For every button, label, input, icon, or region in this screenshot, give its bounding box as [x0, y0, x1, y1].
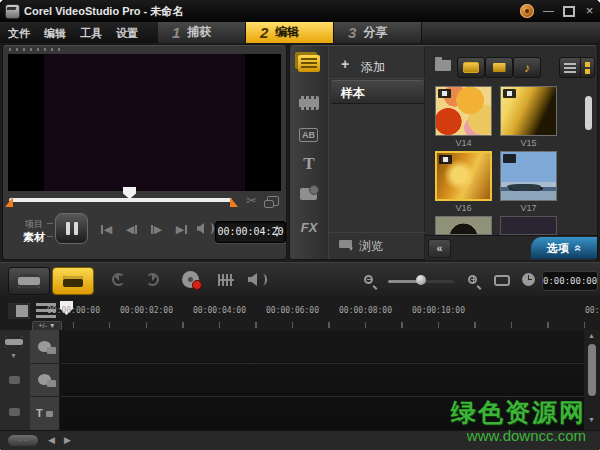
transition-ab-icon[interactable]: AB	[299, 128, 318, 142]
overlay-track-icon	[38, 374, 51, 385]
sort-options-button[interactable]	[580, 57, 595, 78]
next-frame-button[interactable]: ▶	[145, 222, 168, 236]
gallery-category-strip: AB T FX	[290, 46, 328, 259]
video-badge-icon	[503, 154, 516, 163]
watermark-url: www.downcc.com	[451, 427, 586, 444]
track-options-column: ▼	[0, 330, 30, 430]
storyboard-icon	[18, 274, 40, 288]
fit-project-button[interactable]	[494, 275, 510, 286]
browse-row[interactable]: ▼ 浏览	[329, 232, 426, 259]
thumbnail-v17[interactable]	[500, 151, 557, 201]
scroll-up-arrow[interactable]: ▲	[588, 332, 595, 339]
overlay-track-header[interactable]	[30, 363, 59, 397]
video-track-header[interactable]	[30, 330, 59, 364]
close-button[interactable]: ×	[581, 3, 598, 18]
transition-category-icon[interactable]	[299, 96, 319, 110]
library-panel: AB T FX + 添加 样本 ▼ 浏览	[290, 45, 597, 259]
timeline-scroll-pill[interactable]: · ·	[8, 435, 38, 446]
sound-mixer-button[interactable]	[218, 274, 234, 286]
volume-wave-icon	[206, 223, 214, 234]
track-swap-icon[interactable]	[5, 336, 23, 348]
undo-button[interactable]	[112, 273, 125, 286]
filter-photo-button[interactable]	[485, 57, 513, 78]
tab-share[interactable]: 3 分享	[334, 22, 422, 43]
maximize-button[interactable]	[560, 3, 577, 18]
thumbnail-label: V16	[435, 203, 492, 213]
video-preview	[8, 54, 281, 191]
thumbnail-partial[interactable]	[435, 216, 492, 235]
redo-button[interactable]	[146, 273, 159, 286]
thumbnail-v15[interactable]	[500, 86, 557, 136]
zoom-out-button[interactable]	[364, 275, 373, 284]
play-pause-button[interactable]	[55, 213, 88, 244]
ruler-tick: 00:	[585, 306, 599, 315]
zoom-in-button[interactable]	[468, 275, 477, 284]
tab-capture[interactable]: 1 捕获	[158, 22, 246, 43]
watermark-title: 绿色资源网	[451, 396, 586, 429]
volume-icon[interactable]	[197, 223, 204, 234]
title-track-header[interactable]: T	[30, 396, 59, 431]
folder-item-sample[interactable]: 样本	[331, 80, 424, 104]
timecode-spinner[interactable]: ▲▼	[273, 223, 281, 239]
chevron-up-icon: «	[571, 245, 585, 252]
gallery-scrollbar[interactable]	[585, 96, 592, 130]
thumbnail-v14[interactable]	[435, 86, 492, 136]
trim-handle-end[interactable]	[230, 197, 238, 207]
thumbnail-v16-selected[interactable]	[435, 151, 492, 201]
menu-bar: 文件 编辑 工具 设置 1 捕获 2 编辑 3 分享	[0, 22, 600, 44]
home-button[interactable]: ◀	[95, 222, 118, 236]
video-badge-icon	[439, 155, 452, 164]
menu-tools[interactable]: 工具	[80, 26, 102, 41]
surround-sound-button[interactable]	[248, 273, 257, 286]
filter-audio-button[interactable]: ♪	[513, 57, 541, 78]
ruler-tick: 00:00:02:00	[120, 306, 173, 315]
collapse-library-button[interactable]: «	[428, 239, 451, 258]
title-category-icon[interactable]: T	[297, 154, 321, 174]
filter-video-button[interactable]	[457, 57, 485, 78]
mode-clip-label[interactable]: 素材	[23, 230, 45, 245]
scrollbar-thumb[interactable]	[588, 344, 596, 396]
ruler-tick: 00:00:04:00	[193, 306, 246, 315]
mode-dash	[47, 236, 53, 237]
menu-file[interactable]: 文件	[8, 26, 30, 41]
enlarge-preview-icon[interactable]	[267, 196, 279, 206]
media-category-icon[interactable]	[298, 55, 320, 72]
scroll-right-arrow[interactable]: ▶	[64, 435, 71, 445]
browse-icon: ▼	[339, 240, 352, 248]
tab-edit[interactable]: 2 编辑	[246, 22, 334, 43]
ripple-edit-icon[interactable]	[9, 408, 20, 416]
ripple-edit-icon[interactable]	[9, 376, 20, 384]
thumbnail-partial[interactable]	[500, 216, 557, 235]
scroll-left-arrow[interactable]: ◀	[48, 435, 55, 445]
menu-settings[interactable]: 设置	[116, 26, 138, 41]
thumbnail-label: V14	[435, 138, 492, 148]
duration-clock-button[interactable]	[522, 273, 535, 286]
minimize-button[interactable]: —	[540, 3, 557, 18]
add-label: 添加	[361, 59, 385, 76]
ruler-tick: 00:00:06:00	[266, 306, 319, 315]
filter-fx-category-icon[interactable]: FX	[297, 220, 321, 235]
list-view-button[interactable]	[559, 57, 581, 78]
window-title: Corel VideoStudio Pro - 未命名	[24, 4, 183, 19]
scrubber-bar[interactable]	[9, 198, 232, 202]
timeline-view-button[interactable]	[52, 267, 94, 295]
menu-edit[interactable]: 编辑	[44, 26, 66, 41]
folder-icon[interactable]	[435, 60, 451, 71]
watermark: 绿色资源网 www.downcc.com	[451, 396, 586, 444]
chevron-down-icon[interactable]: ▼	[10, 352, 17, 359]
previous-frame-button[interactable]: ◀	[120, 222, 143, 236]
add-folder-row[interactable]: + 添加	[329, 54, 426, 79]
end-button[interactable]: ▶	[170, 222, 193, 236]
zoom-slider-handle[interactable]	[416, 275, 426, 285]
show-all-tracks-icon[interactable]	[8, 303, 30, 319]
scroll-down-arrow[interactable]: ▼	[588, 416, 595, 423]
step-tab-strip: 1 捕获 2 编辑 3 分享	[158, 22, 600, 43]
split-clip-icon[interactable]: ✂	[246, 193, 257, 208]
timeline-ruler[interactable]: 00:00:00:00 00:00:02:00 00:00:04:00 00:0…	[0, 296, 600, 331]
timeline-toolbar: 0:00:00:00	[0, 262, 600, 297]
record-capture-button[interactable]	[182, 271, 199, 288]
graphic-category-icon[interactable]	[300, 188, 317, 200]
timeline-time-display[interactable]: 0:00:00:00	[542, 271, 598, 291]
options-button[interactable]: 选项 «	[531, 237, 597, 259]
storyboard-view-button[interactable]	[8, 267, 50, 295]
